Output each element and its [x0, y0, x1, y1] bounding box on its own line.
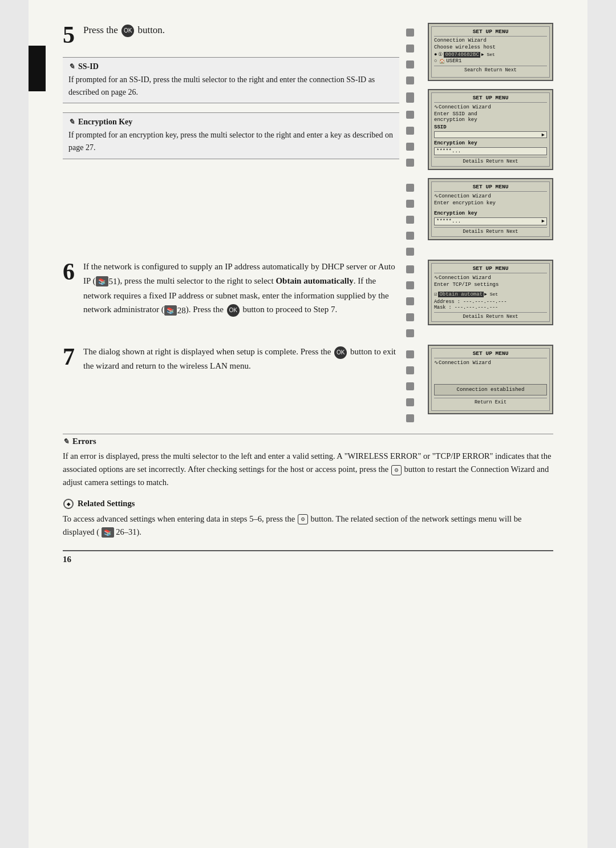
step6-obtain: Obtain automatically — [275, 276, 353, 285]
enter-button-icon: OK — [121, 25, 134, 37]
step5-section: 5 Press the OK button. ✎ SS-ID If prompt… — [63, 23, 553, 248]
camera-screen-2: SET UP MENU ∿Connection Wizard Enter SSI… — [428, 89, 553, 170]
side-icon-5-4 — [406, 398, 414, 406]
page: 5 Press the OK button. ✎ SS-ID If prompt… — [29, 0, 587, 848]
screen5-inner: SET UP MENU ∿Connection Wizard Connectio… — [431, 348, 550, 411]
side-icon-2-3 — [406, 127, 414, 135]
side-icon-4-5 — [406, 329, 414, 337]
screen2-wrapper: SET UP MENU ∿Connection Wizard Enter SSI… — [416, 89, 553, 170]
screen1-body: Choose wireless host — [434, 45, 547, 50]
step6-enter-icon: OK — [227, 304, 240, 317]
screen5-footer: Return Exit — [434, 398, 547, 405]
step7-number: 7 — [63, 345, 79, 369]
step6-section: 6 If the network is configured to supply… — [63, 260, 553, 333]
related-settings-ref: 📚 — [102, 527, 114, 538]
screen3-side-icons — [406, 178, 414, 256]
step5-row: 5 Press the OK button. — [63, 23, 399, 47]
screen1-title: SET UP MENU — [434, 29, 547, 37]
page-tab — [29, 46, 46, 91]
screen1-row2: ○ 🏠 USER1 — [434, 58, 547, 64]
screen4-side-icons — [406, 260, 414, 337]
camera-screen-5: SET UP MENU ∿Connection Wizard Connectio… — [428, 345, 553, 414]
related-settings-text: To access advanced settings when enterin… — [63, 512, 553, 539]
encryption-note-title: ✎ Encryption Key — [68, 118, 394, 127]
screen1-footer: Search Return Next — [434, 66, 547, 73]
side-icon-5-2 — [406, 366, 414, 374]
screen4-title: SET UP MENU — [434, 265, 547, 273]
step5-left: 5 Press the OK button. ✎ SS-ID If prompt… — [63, 23, 399, 248]
screen1-wrapper: SET UP MENU Connection Wizard Choose wir… — [416, 23, 553, 81]
step6-right: SET UP MENU ∿Connection Wizard Enter TCP… — [416, 260, 553, 333]
screen2-label1: SSID — [434, 124, 547, 130]
step5-text: Press the OK button. — [83, 25, 165, 35]
step6-ref2: 📚 28 — [164, 304, 186, 318]
screen4-subtitle: ∿Connection Wizard — [434, 274, 547, 281]
screen4-addr1: Address : ---.---.---.--- — [434, 299, 547, 305]
side-icon-2-2 — [406, 111, 414, 119]
side-icon-2-1 — [406, 95, 414, 103]
side-icon-3 — [406, 60, 414, 68]
screen3-input1: *****... ► — [434, 217, 547, 225]
screen3-subtitle: ∿Connection Wizard — [434, 193, 547, 199]
side-icon-2 — [406, 45, 414, 53]
encryption-note-text: If prompted for an encryption key, press… — [68, 129, 394, 154]
step6-text: If the network is configured to supply a… — [83, 262, 395, 314]
side-icon-3-2 — [406, 200, 414, 208]
step5-content: Press the OK button. — [83, 23, 399, 38]
step6-ref1-box: 📚 — [96, 276, 108, 286]
errors-section: ✎ Errors If an error is displayed, press… — [63, 434, 553, 490]
screen4-wrapper: SET UP MENU ∿Connection Wizard Enter TCP… — [416, 260, 553, 325]
page-footer: 16 — [63, 550, 553, 564]
camera-screen-3: SET UP MENU ∿Connection Wizard Enter enc… — [428, 178, 553, 240]
step7-text: The dialog shown at right is displayed w… — [83, 347, 396, 370]
encryption-note-box: ✎ Encryption Key If prompted for an encr… — [63, 112, 399, 159]
camera-screen-4: SET UP MENU ∿Connection Wizard Enter TCP… — [428, 260, 553, 325]
page-number: 16 — [63, 555, 71, 564]
related-ref-box: 📚 — [102, 527, 114, 538]
side-icon-3-3 — [406, 216, 414, 224]
step6-number: 6 — [63, 260, 79, 284]
screen3-footer: Details Return Next — [434, 227, 547, 235]
side-icon-3-1 — [406, 184, 414, 192]
side-icon-5-1 — [406, 350, 414, 358]
screen1-highlight: 000740682BC — [444, 52, 480, 58]
step7-row: 7 The dialog shown at right is displayed… — [63, 345, 399, 373]
step7-content: The dialog shown at right is displayed w… — [83, 345, 399, 373]
screen4-footer: Details Return Next — [434, 312, 547, 320]
screen5-subtitle: ∿Connection Wizard — [434, 360, 547, 366]
related-settings-btn-icon: ⚙ — [298, 514, 308, 524]
screen4-checkbox-label: Obtain automat — [438, 292, 484, 297]
screen4-inner: SET UP MENU ∿Connection Wizard Enter TCP… — [431, 263, 550, 322]
step6-row: 6 If the network is configured to supply… — [63, 260, 399, 317]
step5-number: 5 — [63, 23, 79, 47]
screen1-inner: SET UP MENU Connection Wizard Choose wir… — [431, 26, 550, 78]
screen1-row1: ● ① 000740682BC ► Set — [434, 51, 547, 58]
screen2-label2: Encryption key — [434, 140, 547, 146]
screen2-side-icons — [406, 89, 414, 167]
screen4-checkbox-row: ☑ Obtain automat ► Set — [434, 291, 547, 297]
screen1-subtitle: Connection Wizard — [434, 38, 547, 43]
screen5-title: SET UP MENU — [434, 350, 547, 358]
step6-ref2-box: 📚 — [164, 305, 177, 316]
screen3-wrapper: SET UP MENU ∿Connection Wizard Enter enc… — [416, 178, 553, 240]
screen3-label1: Encryption key — [434, 211, 547, 216]
screen5-side-icons — [406, 345, 414, 422]
ssid-note-box: ✎ SS-ID If prompted for an SS-ID, press … — [63, 57, 399, 103]
step6-ref1: 📚 51 — [96, 274, 117, 289]
step5-right: SET UP MENU Connection Wizard Choose wir… — [416, 23, 553, 248]
side-icon-1 — [406, 29, 414, 37]
screen2-body: Enter SSID and — [434, 111, 547, 117]
side-icon-4-2 — [406, 281, 414, 289]
step7-right: SET UP MENU ∿Connection Wizard Connectio… — [416, 345, 553, 422]
side-icon-4-1 — [406, 265, 414, 273]
side-icon-5-3 — [406, 382, 414, 390]
screen5-spacer — [434, 367, 547, 384]
camera-screen-1: SET UP MENU Connection Wizard Choose wir… — [428, 23, 553, 81]
screen3-body: Enter encryption key — [434, 200, 547, 206]
screen5-wrapper: SET UP MENU ∿Connection Wizard Connectio… — [416, 345, 553, 414]
side-icon-2-5 — [406, 159, 414, 167]
errors-wrench-icon: ⚙ — [391, 465, 402, 475]
errors-text: If an error is displayed, press the mult… — [63, 450, 553, 490]
screen2-body2: encryption key — [434, 117, 547, 123]
side-icon-4-4 — [406, 313, 414, 321]
